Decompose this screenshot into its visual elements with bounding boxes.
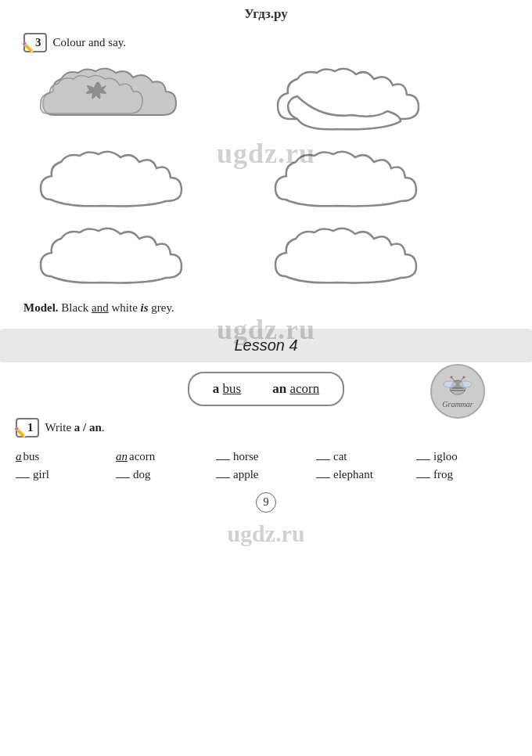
exercise-3-section: ✏️ 3 Colour and say. [0, 25, 532, 292]
lesson-banner: Lesson 4 [0, 329, 532, 362]
blank-elephant [316, 477, 330, 478]
svg-point-9 [463, 376, 466, 378]
a-an-bold: a / an [74, 421, 102, 434]
cloud-3 [39, 145, 211, 215]
model-text: Model. Black and white is grey. [0, 292, 532, 321]
site-title: Угдз.ру [244, 6, 288, 21]
svg-point-8 [451, 376, 453, 378]
lesson-title: Lesson 4 [234, 337, 297, 354]
article-a: a [213, 381, 220, 396]
cloud-4 [274, 145, 446, 215]
article-filled-a: a [16, 450, 22, 463]
exercise-1-label: ✏️ 1 Write a / an. [16, 418, 509, 437]
grammar-item-2: an acorn [272, 381, 319, 397]
grammar-section: a bus an acorn Grammar [0, 372, 532, 414]
pencil-icon: ✏️ [22, 41, 34, 54]
word-item-horse: horse [216, 450, 316, 463]
exercise-1-num-box: ✏️ 1 [16, 418, 39, 437]
word-item-dog: dog [116, 468, 216, 481]
blank-dog [116, 477, 130, 478]
page-number: 9 [256, 492, 276, 513]
exercise-3-number: 3 [35, 36, 41, 49]
blank-apple [216, 477, 230, 478]
word-item-igloo: igloo [416, 450, 516, 463]
word-item-acorn: an acorn [116, 450, 216, 463]
blank-igloo [416, 459, 430, 460]
word-item-cat: cat [316, 450, 416, 463]
cloud-5 [39, 221, 211, 292]
watermark-bottom: ugdz.ru [0, 516, 532, 555]
word-acorn: acorn [289, 381, 319, 396]
grammar-badge: Grammar [430, 364, 485, 419]
svg-point-4 [444, 381, 456, 387]
blank-horse [216, 459, 230, 460]
word-item-elephant: elephant [316, 468, 416, 481]
exercise-3-num-box: ✏️ 3 [23, 33, 47, 52]
clouds-grid [23, 60, 509, 292]
cloud-6 [274, 221, 446, 292]
word-grid: a bus an acorn horse cat igloo girl dog … [0, 445, 532, 481]
word-item-girl: girl [16, 468, 116, 481]
word-item-frog: frog [416, 468, 516, 481]
article-filled-an: an [116, 450, 128, 463]
grammar-item-1: a bus [213, 381, 241, 397]
word-bus: bus [223, 381, 242, 396]
blank-cat [316, 459, 330, 460]
grammar-box: a bus an acorn [188, 372, 344, 406]
page-number-section: 9 [0, 481, 532, 516]
bee-icon [442, 375, 473, 400]
word-item-apple: apple [216, 468, 316, 481]
word-item-bus: a bus [16, 450, 116, 463]
cloud-2 [274, 60, 446, 139]
exercise-1-instruction: Write a / an. [45, 421, 105, 434]
site-header: Угдз.ру [0, 0, 532, 25]
blank-girl [16, 477, 30, 478]
exercise-3-instruction: Colour and say. [53, 36, 127, 49]
article-an: an [272, 381, 286, 396]
model-label: Model. [23, 301, 59, 314]
exercise-3-label: ✏️ 3 Colour and say. [23, 33, 509, 52]
pencil-icon-2: ✏️ [14, 427, 27, 439]
svg-point-5 [459, 381, 472, 387]
cloud-1 [39, 60, 211, 139]
exercise-1-number: 1 [27, 421, 34, 434]
grammar-badge-label: Grammar [442, 400, 473, 409]
blank-frog [416, 477, 430, 478]
